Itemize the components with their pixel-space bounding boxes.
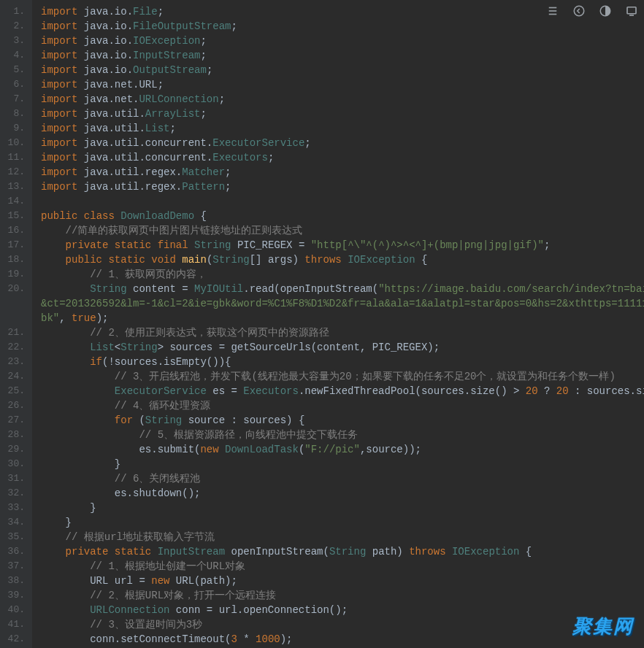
code-line[interactable]: // 6、关闭线程池 (41, 471, 644, 486)
code-line[interactable]: } (41, 515, 644, 530)
code-line[interactable]: import java.io.InputStream; (41, 48, 644, 63)
line-number: 42. (4, 632, 25, 647)
line-number: 22. (4, 340, 25, 355)
code-line[interactable]: URL url = new URL(path); (41, 574, 644, 588)
line-number: 4. (4, 48, 25, 63)
line-number (4, 296, 25, 311)
code-line[interactable]: import java.io.IOException; (41, 34, 644, 48)
code-line[interactable]: import java.io.FileOutputStream; (41, 19, 644, 34)
code-line[interactable]: es.shutdown(); (41, 486, 644, 501)
line-number: 33. (4, 501, 25, 515)
code-line[interactable]: import java.net.URL; (41, 77, 644, 92)
line-number: 18. (4, 252, 25, 267)
line-number: 10. (4, 136, 25, 150)
line-number (4, 311, 25, 325)
code-line[interactable]: es.submit(new DownLoadTask("F://pic",sou… (41, 442, 644, 457)
code-area[interactable]: import java.io.File;import java.io.FileO… (32, 0, 644, 648)
code-line[interactable]: private static final String PIC_REGEX = … (41, 238, 644, 252)
svg-point-3 (574, 6, 584, 16)
line-number: 2. (4, 19, 25, 34)
line-number: 21. (4, 325, 25, 340)
line-number: 11. (4, 150, 25, 165)
line-number: 35. (4, 530, 25, 544)
back-icon[interactable] (572, 4, 586, 18)
code-line[interactable]: import java.util.regex.Pattern; (41, 180, 644, 194)
code-line[interactable]: conn.setConnectTimeout(3 * 1000); (41, 632, 644, 647)
list-icon[interactable] (546, 4, 559, 18)
line-number: 17. (4, 238, 25, 252)
line-number: 6. (4, 77, 25, 92)
fullscreen-icon[interactable] (625, 4, 638, 18)
code-line[interactable]: URLConnection conn = url.openConnection(… (41, 603, 644, 617)
code-line[interactable]: // 3、设置超时间为3秒 (41, 617, 644, 632)
line-number: 29. (4, 442, 25, 457)
line-number: 13. (4, 180, 25, 194)
code-line[interactable] (41, 194, 644, 209)
line-number: 26. (4, 398, 25, 413)
svg-rect-5 (627, 7, 636, 14)
line-number-gutter: 1.2.3.4.5.6.7.8.9.10.11.12.13.14.15.16.1… (0, 0, 32, 648)
line-number: 15. (4, 209, 25, 223)
line-number: 5. (4, 63, 25, 77)
line-number: 28. (4, 428, 25, 442)
line-number: 7. (4, 92, 25, 107)
line-number: 40. (4, 603, 25, 617)
contrast-icon[interactable] (599, 4, 612, 18)
code-line[interactable]: if(!sources.isEmpty()){ (41, 355, 644, 369)
code-line[interactable]: String content = MyIOUtil.read(openInput… (41, 282, 644, 296)
code-line[interactable]: public class DownloadDemo { (41, 209, 644, 223)
line-number: 25. (4, 384, 25, 398)
code-editor: 1.2.3.4.5.6.7.8.9.10.11.12.13.14.15.16.1… (0, 0, 644, 648)
code-line[interactable]: // 1、根据地址创建一个URL对象 (41, 559, 644, 574)
line-number: 3. (4, 34, 25, 48)
code-line[interactable]: } (41, 457, 644, 471)
code-line[interactable]: for (String source : sources) { (41, 413, 644, 428)
code-line[interactable]: // 2、根据URL对象，打开一个远程连接 (41, 588, 644, 603)
code-line[interactable]: // 2、使用正则表达式，获取这个网页中的资源路径 (41, 325, 644, 340)
line-number: 34. (4, 515, 25, 530)
line-number: 20. (4, 282, 25, 296)
code-line[interactable]: public static void main(String[] args) t… (41, 252, 644, 267)
line-number: 32. (4, 486, 25, 501)
line-number: 36. (4, 544, 25, 559)
line-number: 9. (4, 121, 25, 136)
toolbar (546, 4, 638, 18)
code-line[interactable]: ExecutorService es = Executors.newFixedT… (41, 384, 644, 398)
line-number: 23. (4, 355, 25, 369)
code-line[interactable]: import java.util.List; (41, 121, 644, 136)
line-number: 31. (4, 471, 25, 486)
code-line[interactable]: bk", true); (41, 311, 644, 325)
code-line[interactable]: // 3、开启线程池，并发下载(线程池最大容量为20；如果要下载的任务不足20个… (41, 369, 644, 384)
line-number: 16. (4, 223, 25, 238)
line-number: 14. (4, 194, 25, 209)
code-line[interactable]: } (41, 501, 644, 515)
code-line[interactable]: // 根据url地址获取输入字节流 (41, 530, 644, 544)
code-line[interactable]: import java.util.concurrent.Executors; (41, 150, 644, 165)
code-line[interactable]: // 1、获取网页的内容， (41, 267, 644, 282)
code-line[interactable]: private static InputStream openInputStre… (41, 544, 644, 559)
code-line[interactable]: &ct=201326592&lm=-1&cl=2&ie=gbk&word=%C1… (41, 296, 644, 311)
line-number: 19. (4, 267, 25, 282)
code-line[interactable]: List<String> sources = getSourceUrls(con… (41, 340, 644, 355)
line-number: 1. (4, 4, 25, 19)
code-line[interactable]: import java.util.regex.Matcher; (41, 165, 644, 180)
code-line[interactable]: import java.io.OutputStream; (41, 63, 644, 77)
code-line[interactable]: // 5、根据资源路径，向线程池中提交下载任务 (41, 428, 644, 442)
line-number: 24. (4, 369, 25, 384)
code-line[interactable]: //简单的获取网页中图片图片链接地址的正则表达式 (41, 223, 644, 238)
line-number: 30. (4, 457, 25, 471)
code-line[interactable]: import java.net.URLConnection; (41, 92, 644, 107)
line-number: 39. (4, 588, 25, 603)
code-line[interactable]: import java.util.concurrent.ExecutorServ… (41, 136, 644, 150)
line-number: 8. (4, 107, 25, 121)
code-line[interactable]: // 4、循环处理资源 (41, 398, 644, 413)
line-number: 38. (4, 574, 25, 588)
line-number: 27. (4, 413, 25, 428)
line-number: 12. (4, 165, 25, 180)
code-line[interactable]: import java.util.ArrayList; (41, 107, 644, 121)
line-number: 37. (4, 559, 25, 574)
line-number: 41. (4, 617, 25, 632)
